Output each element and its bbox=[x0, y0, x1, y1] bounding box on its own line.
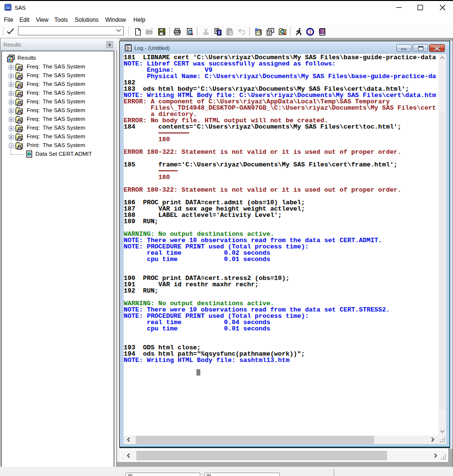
svg-text:?: ? bbox=[322, 29, 324, 33]
svg-text:sas: sas bbox=[5, 6, 11, 9]
